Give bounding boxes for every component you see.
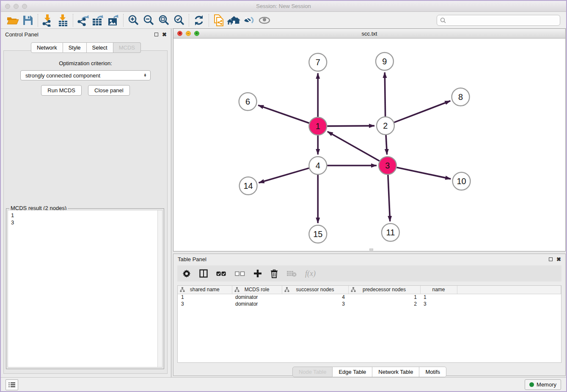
cell-name[interactable]: 1 <box>420 294 457 301</box>
search-input[interactable] <box>446 17 560 23</box>
zoom-in-icon[interactable] <box>126 13 141 28</box>
graph-node[interactable]: 8 <box>452 88 470 106</box>
task-history-button[interactable] <box>6 379 18 390</box>
graph-node[interactable]: 3 <box>379 157 396 174</box>
graph-edge[interactable] <box>394 101 450 122</box>
open-session-icon[interactable] <box>5 13 20 28</box>
table-row[interactable]: 3 dominator 3 2 3 <box>178 301 561 307</box>
delete-column-trash-icon[interactable] <box>270 267 278 280</box>
graph-edge[interactable] <box>396 168 451 179</box>
status-bar: Memory <box>1 377 566 391</box>
graph-node-label: 9 <box>382 57 387 66</box>
cell-predecessor-nodes[interactable]: 2 <box>348 301 420 307</box>
graph-edge[interactable] <box>258 105 309 123</box>
save-session-icon[interactable] <box>20 13 36 28</box>
export-network-icon[interactable] <box>75 13 91 28</box>
delete-table-icon[interactable] <box>286 267 297 280</box>
cell-predecessor-nodes[interactable]: 1 <box>348 294 420 301</box>
graph-node[interactable]: 6 <box>239 93 257 110</box>
column-header-predecessor-nodes[interactable]: predecessor nodes <box>348 286 420 294</box>
column-header-shared-name[interactable]: shared name <box>178 286 232 294</box>
window-title: Session: New Session <box>1 3 566 9</box>
zoom-out-icon[interactable] <box>141 13 156 28</box>
graph-edge[interactable] <box>386 135 387 155</box>
splitter-grip[interactable] <box>369 248 373 251</box>
new-network-from-selection-icon[interactable] <box>211 13 226 28</box>
memory-button[interactable]: Memory <box>525 379 561 390</box>
tab-mcds[interactable]: MCDS <box>113 42 141 53</box>
cell-successor-nodes[interactable]: 3 <box>282 301 348 307</box>
column-header-filler <box>457 286 561 294</box>
cell-mcds-role[interactable]: dominator <box>232 301 282 307</box>
search-field[interactable] <box>437 15 560 26</box>
memory-label: Memory <box>537 381 556 388</box>
graph-node[interactable]: 11 <box>382 224 399 241</box>
graph-edge[interactable] <box>259 168 309 183</box>
graph-node[interactable]: 1 <box>309 117 327 135</box>
zoom-selected-icon[interactable] <box>171 13 187 28</box>
graph-node[interactable]: 15 <box>309 225 327 243</box>
deselect-all-icon[interactable] <box>235 267 245 280</box>
import-network-icon[interactable] <box>40 13 55 28</box>
tab-motifs[interactable]: Motifs <box>419 367 446 377</box>
control-panel-header: Control Panel ✖ <box>1 29 171 40</box>
graph-node-label: 4 <box>316 161 320 170</box>
show-hide-eye-icon[interactable] <box>257 13 272 28</box>
graph-node[interactable]: 4 <box>309 157 327 174</box>
first-neighbors-icon[interactable] <box>226 13 242 28</box>
tab-edge-table[interactable]: Edge Table <box>333 367 372 377</box>
cell-mcds-role[interactable]: dominator <box>232 294 282 301</box>
create-column-plus-icon[interactable] <box>253 267 262 280</box>
function-builder-icon[interactable]: f(x) <box>305 267 316 280</box>
control-panel: Control Panel ✖ Network Style Select MCD… <box>1 29 171 377</box>
right-area: ✕ − + scc.txt 7968124314101511 <box>173 29 566 377</box>
graph-node[interactable]: 9 <box>376 52 394 70</box>
run-mcds-button[interactable]: Run MCDS <box>41 85 82 96</box>
tab-network[interactable]: Network <box>31 42 63 53</box>
column-header-name[interactable]: name <box>420 286 457 294</box>
show-graphics-details-icon[interactable] <box>242 13 257 28</box>
mcds-result-textarea[interactable]: 1 3 <box>8 210 162 367</box>
table-options-gear-icon[interactable] <box>182 267 191 280</box>
tab-style[interactable]: Style <box>63 42 87 53</box>
criterion-dropdown[interactable]: strongly connected component ▲▼ <box>20 70 151 80</box>
column-header-mcds-role[interactable]: MCDS role <box>232 286 282 294</box>
cell-shared-name[interactable]: 3 <box>178 301 232 307</box>
cell-shared-name[interactable]: 1 <box>178 294 232 301</box>
shared-column-icon <box>351 287 356 293</box>
column-header-successor-nodes[interactable]: successor nodes <box>282 286 348 294</box>
cell-successor-nodes[interactable]: 4 <box>282 294 348 301</box>
close-panel-button[interactable]: Close panel <box>88 85 130 96</box>
tab-network-table[interactable]: Network Table <box>372 367 419 377</box>
tab-node-table[interactable]: Node Table <box>292 367 333 377</box>
graph-edge[interactable] <box>328 132 380 161</box>
refresh-icon[interactable] <box>191 13 206 28</box>
shared-column-icon <box>180 287 185 293</box>
tab-select[interactable]: Select <box>87 42 113 53</box>
graph-edge[interactable] <box>327 126 374 126</box>
network-graph-canvas[interactable]: 7968124314101511 <box>173 39 565 251</box>
graph-node[interactable]: 7 <box>309 53 327 71</box>
float-panel-icon[interactable] <box>154 33 158 36</box>
show-columns-icon[interactable] <box>199 267 208 280</box>
table-toolbar: f(x) <box>177 265 561 282</box>
close-table-panel-icon[interactable]: ✖ <box>556 257 561 262</box>
export-image-icon[interactable] <box>106 13 121 28</box>
graph-node[interactable]: 2 <box>377 117 394 135</box>
close-panel-icon[interactable]: ✖ <box>162 32 167 37</box>
graph-node-label: 14 <box>244 181 253 190</box>
graph-node[interactable]: 10 <box>453 172 471 190</box>
float-table-panel-icon[interactable] <box>549 257 553 261</box>
shared-column-icon <box>234 287 239 293</box>
cell-name[interactable]: 3 <box>420 301 457 307</box>
table-row[interactable]: 1 dominator 4 1 1 <box>178 294 561 301</box>
select-all-icon[interactable] <box>216 267 226 280</box>
graph-node[interactable]: 14 <box>239 177 257 195</box>
graph-edge[interactable] <box>388 175 390 221</box>
zoom-fit-icon[interactable] <box>156 13 171 28</box>
result-scrollbar[interactable] <box>157 210 162 367</box>
export-table-icon[interactable] <box>91 13 106 28</box>
graph-edge[interactable] <box>385 72 385 116</box>
application-window: Session: New Session <box>0 0 567 392</box>
import-table-icon[interactable] <box>55 13 71 28</box>
